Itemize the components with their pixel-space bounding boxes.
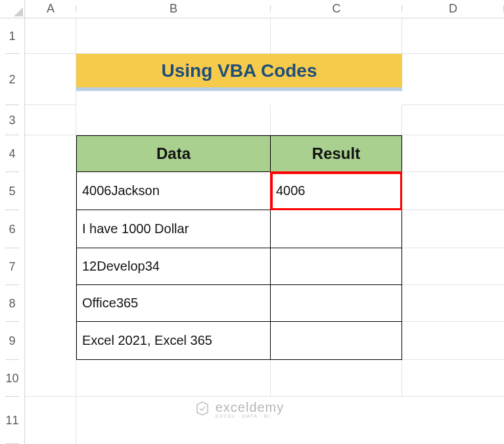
row-header-6[interactable]: 6 — [0, 210, 25, 248]
watermark-sub: EXCEL · DATA · BI — [216, 414, 285, 419]
row-header-4[interactable]: 4 — [0, 135, 25, 172]
cell-d8[interactable] — [402, 285, 504, 322]
title-merged-cell[interactable]: Using VBA Codes — [76, 54, 402, 105]
col-header-c[interactable]: C — [271, 0, 402, 18]
row-header-10[interactable]: 10 — [0, 360, 25, 397]
cell-a5[interactable] — [25, 172, 76, 210]
cell-d7[interactable] — [402, 248, 504, 285]
row-header-3[interactable]: 3 — [0, 105, 25, 135]
cell-c7[interactable] — [271, 248, 402, 285]
cell-a3[interactable] — [25, 105, 76, 135]
cell-a7[interactable] — [25, 248, 76, 285]
cell-d5[interactable] — [402, 172, 504, 210]
row-header-11[interactable]: 11 — [0, 397, 25, 444]
row-header-1[interactable]: 1 — [0, 18, 25, 54]
table-header-result[interactable]: Result — [271, 135, 402, 172]
cell-d6[interactable] — [402, 210, 504, 248]
col-header-d[interactable]: D — [402, 0, 504, 18]
cell-c5-highlighted[interactable]: 4006 — [271, 172, 402, 210]
row-header-2[interactable]: 2 — [0, 54, 25, 105]
cell-c6[interactable] — [271, 210, 402, 248]
cell-b9[interactable]: Excel 2021, Excel 365 — [76, 322, 271, 360]
cell-c10[interactable] — [271, 360, 402, 397]
cell-b7[interactable]: 12Develop34 — [76, 248, 271, 285]
cell-a9[interactable] — [25, 322, 76, 360]
cell-d11[interactable] — [402, 397, 504, 444]
cell-c1[interactable] — [271, 18, 402, 54]
cell-a4[interactable] — [25, 135, 76, 172]
cell-b6[interactable]: I have 1000 Dollar — [76, 210, 271, 248]
col-header-a[interactable]: A — [25, 0, 76, 18]
cell-b1[interactable] — [76, 18, 271, 54]
cell-c9[interactable] — [271, 322, 402, 360]
cell-b8[interactable]: Office365 — [76, 285, 271, 322]
row-header-8[interactable]: 8 — [0, 285, 25, 322]
row-header-5[interactable]: 5 — [0, 172, 25, 210]
row-header-7[interactable]: 7 — [0, 248, 25, 285]
cell-b3[interactable] — [76, 105, 271, 135]
cell-c3[interactable] — [271, 105, 402, 135]
watermark-main: exceldemy — [216, 401, 285, 414]
exceldemy-logo-icon — [195, 401, 210, 416]
watermark: exceldemy EXCEL · DATA · BI — [76, 397, 402, 444]
select-all-corner[interactable] — [0, 0, 25, 18]
cell-d9[interactable] — [402, 322, 504, 360]
cell-d3[interactable] — [402, 105, 504, 135]
col-header-b[interactable]: B — [76, 0, 271, 18]
cell-d1[interactable] — [402, 18, 504, 54]
cell-a8[interactable] — [25, 285, 76, 322]
cell-a10[interactable] — [25, 360, 76, 397]
cell-b10[interactable] — [76, 360, 271, 397]
row-header-9[interactable]: 9 — [0, 322, 25, 360]
cell-a6[interactable] — [25, 210, 76, 248]
cell-b5[interactable]: 4006Jackson — [76, 172, 271, 210]
spreadsheet-grid: A B C D 1 2 Using VBA Codes 3 4 Data Res… — [0, 0, 504, 444]
cell-a11[interactable] — [25, 397, 76, 444]
title-text: Using VBA Codes — [162, 60, 317, 81]
cell-a1[interactable] — [25, 18, 76, 54]
cell-a2[interactable] — [25, 54, 76, 105]
table-header-data[interactable]: Data — [76, 135, 271, 172]
cell-d10[interactable] — [402, 360, 504, 397]
cell-c8[interactable] — [271, 285, 402, 322]
cell-d2[interactable] — [402, 54, 504, 105]
cell-d4[interactable] — [402, 135, 504, 172]
